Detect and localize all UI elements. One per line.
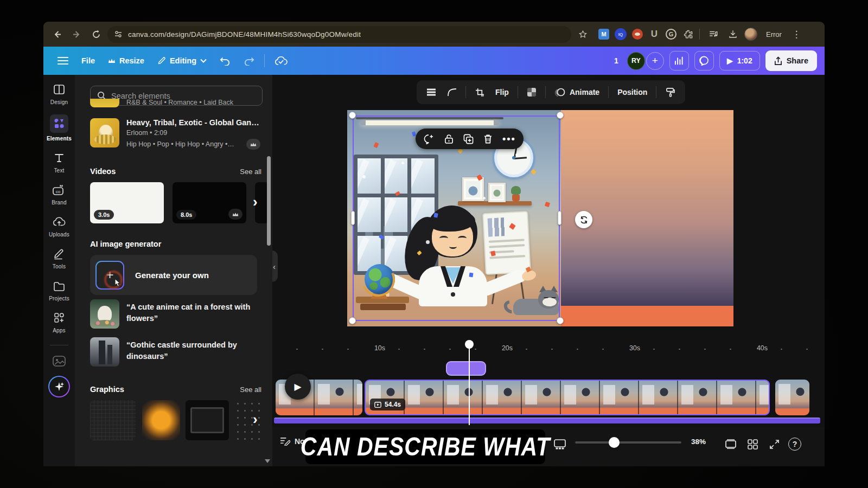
selection-handle-top-left[interactable] — [349, 112, 356, 119]
extensions-puzzle-icon[interactable] — [682, 28, 694, 40]
timeline-view-icon[interactable] — [551, 435, 569, 453]
selection-handle-top-right[interactable] — [557, 112, 564, 119]
u-extension-icon[interactable]: U — [648, 28, 660, 40]
transparency-button[interactable] — [522, 83, 541, 101]
panel-scroll-down-arrow[interactable] — [265, 459, 270, 463]
generate-plus-tile[interactable]: + — [95, 261, 124, 290]
present-button[interactable]: ▶ 1:02 — [719, 51, 760, 70]
graphic-dark-frame[interactable] — [186, 400, 229, 440]
sidebar-item-design[interactable]: Design — [44, 82, 74, 105]
graphics-see-all[interactable]: See all — [240, 386, 261, 394]
audio-tags: Hip Hop • Pop • Hip Hop • Angry •… — [126, 140, 234, 148]
share-button[interactable]: Share — [765, 50, 817, 71]
bookmark-star-icon[interactable] — [575, 26, 591, 42]
sidebar-item-uploads[interactable]: Uploads — [44, 215, 74, 237]
reload-button[interactable] — [88, 26, 104, 42]
comments-button[interactable] — [694, 51, 714, 70]
iq-extension-icon[interactable]: IQ — [615, 28, 627, 40]
videos-see-all[interactable]: See all — [240, 168, 261, 176]
animate-button[interactable]: Animate — [550, 83, 604, 101]
selection-handle-right[interactable] — [558, 211, 561, 225]
video-thumbnail-black[interactable]: 8.0s — [173, 182, 246, 223]
prompt-text: “A cute anime cat in a forest with flowe… — [126, 299, 263, 329]
invite-member-button[interactable]: + — [646, 52, 664, 70]
zoom-slider-knob[interactable] — [609, 437, 620, 448]
generate-your-own-card[interactable]: + Generate your own — [90, 255, 257, 295]
user-avatar[interactable]: RY — [627, 52, 645, 70]
media-playlist-icon[interactable] — [705, 26, 722, 42]
help-icon[interactable]: ? — [786, 435, 804, 453]
timeline-element-clip[interactable] — [446, 361, 486, 376]
fullscreen-icon[interactable] — [765, 435, 783, 453]
back-button[interactable] — [49, 26, 65, 42]
sidebar-item-apps[interactable]: Apps — [44, 311, 74, 333]
panel-collapse-handle[interactable]: ‹ — [272, 251, 278, 282]
pencil-icon — [157, 56, 166, 65]
duplicate-icon[interactable] — [463, 134, 474, 144]
video-thumbnail-white[interactable]: 3.0s — [90, 182, 164, 223]
gmail-extension-icon[interactable]: M — [598, 29, 609, 40]
photos-icon[interactable] — [52, 354, 66, 368]
carousel-next-chevron[interactable]: › — [253, 196, 258, 207]
copy-style-button[interactable] — [661, 83, 680, 101]
forward-button[interactable] — [68, 26, 85, 42]
sidebar-item-brand[interactable]: co Brand — [44, 183, 74, 206]
main-menu-button[interactable] — [51, 52, 75, 69]
sidebar-item-text[interactable]: Text — [44, 151, 74, 174]
site-settings-icon[interactable] — [114, 30, 123, 38]
reddit-extension-icon[interactable] — [632, 29, 643, 40]
extensions-row: M IQ U G — [598, 28, 694, 40]
position-button[interactable]: Position — [613, 83, 652, 101]
timeline-clip-3[interactable] — [775, 380, 809, 415]
timeline-audio-track[interactable] — [274, 418, 820, 423]
sidebar-label: Brand — [52, 200, 67, 206]
sidebar-item-elements[interactable]: Elements — [44, 114, 74, 142]
rotate-handle[interactable] — [575, 211, 592, 228]
ai-prompt-item-cat[interactable]: “A cute anime cat in a forest with flowe… — [90, 299, 263, 329]
design-page[interactable]: ••• — [347, 110, 733, 326]
grid-view-icon[interactable] — [743, 435, 762, 453]
corner-rounding-button[interactable] — [443, 83, 461, 101]
toolbar-divider — [656, 86, 656, 98]
undo-button[interactable] — [213, 52, 237, 70]
graphic-grid-pattern[interactable] — [90, 400, 136, 440]
comment-add-icon[interactable] — [423, 134, 435, 144]
downloads-icon[interactable] — [725, 26, 741, 42]
insights-button[interactable] — [669, 51, 689, 70]
graphic-orange-glow[interactable] — [142, 400, 180, 440]
panel-scrollbar[interactable] — [267, 156, 271, 246]
timeline-play-button[interactable]: ▶ — [285, 374, 311, 400]
address-bar[interactable]: canva.com/design/DAGimjBDONE/48MHIM4hSi6… — [107, 26, 571, 43]
browser-menu-kebab-icon[interactable]: ⋮ — [788, 26, 805, 42]
video-duration-badge: 8.0s — [176, 210, 196, 220]
carousel-next-chevron[interactable]: › — [253, 414, 258, 425]
timeline-clip-selected[interactable]: 54.4s — [365, 380, 770, 415]
stroke-lines-button[interactable] — [422, 83, 441, 101]
crop-button[interactable] — [470, 83, 489, 101]
sidebar-item-tools[interactable]: Tools — [44, 247, 74, 269]
ruler-label-20s: 20s — [497, 344, 517, 352]
editing-mode-button[interactable]: Editing — [151, 52, 213, 69]
zoom-slider[interactable] — [575, 441, 681, 444]
selection-handle-bottom-right[interactable] — [557, 317, 564, 324]
file-menu-button[interactable]: File — [75, 52, 101, 69]
selection-handle-left[interactable] — [351, 211, 355, 225]
timeline-ruler[interactable]: 10s 20s 30s 40s — [272, 343, 825, 356]
more-options-icon[interactable]: ••• — [502, 133, 516, 145]
selection-handle-bottom-left[interactable] — [349, 317, 356, 324]
grammarly-extension-icon[interactable]: G — [666, 29, 676, 40]
flip-button[interactable]: Flip — [491, 83, 513, 101]
audio-track-item-partial[interactable]: R&B & Soul • Romance • Laid Back — [90, 99, 263, 108]
delete-trash-icon[interactable] — [483, 134, 493, 144]
pages-view-icon[interactable] — [722, 435, 740, 453]
sidebar-item-projects[interactable]: Projects — [44, 279, 74, 301]
lock-icon[interactable] — [444, 134, 454, 144]
redo-button[interactable] — [237, 52, 261, 70]
cloud-save-status-icon[interactable] — [268, 52, 294, 70]
resize-button[interactable]: Resize — [101, 52, 151, 69]
audio-track-item[interactable]: Heavy, Tribal, Exotic - Global Gan… Erlo… — [90, 118, 263, 150]
ai-prompt-item-castle[interactable]: “Gothic castle surrounded by dinosaurs” — [90, 337, 263, 367]
graphic-dots-pattern[interactable] — [234, 400, 263, 440]
browser-profile-avatar[interactable] — [744, 28, 757, 41]
magic-ai-button[interactable] — [48, 376, 70, 397]
